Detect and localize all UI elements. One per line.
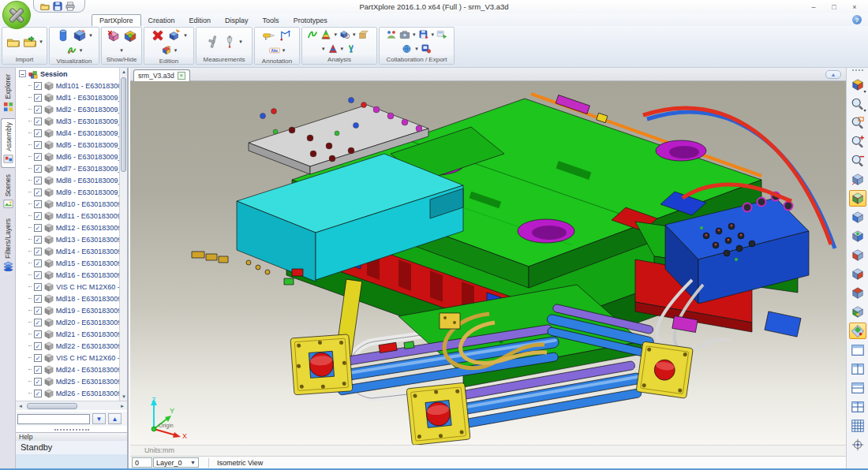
sidebar-tab-filters-layers[interactable]: Filters/Layers bbox=[1, 215, 15, 274]
analysis-dropdown-arrow4[interactable]: ▾ bbox=[341, 46, 344, 52]
visibility-checkbox[interactable]: ✓ bbox=[34, 271, 42, 279]
compare-icon[interactable] bbox=[346, 43, 357, 54]
hide-part-icon[interactable] bbox=[107, 29, 121, 43]
zoom-in-button[interactable] bbox=[849, 133, 866, 150]
menu-tab[interactable]: Prototypes bbox=[286, 15, 335, 26]
viewport-two-vertical-button[interactable] bbox=[849, 360, 866, 377]
analysis-dropdown-arrow1[interactable]: ▾ bbox=[334, 32, 337, 38]
tree-item[interactable]: ✓ Mdl25 - E630183009_ENSEMB bbox=[16, 375, 119, 387]
edition-dropdown-arrow1[interactable]: ▾ bbox=[184, 32, 187, 39]
view-left-button[interactable] bbox=[849, 247, 866, 263]
visibility-checkbox[interactable]: ✓ bbox=[34, 330, 42, 338]
annotation-dropdown-arrow[interactable]: ▾ bbox=[282, 47, 286, 54]
edition-dropdown-arrow2[interactable]: ▾ bbox=[174, 47, 178, 54]
import-file-icon[interactable] bbox=[6, 35, 21, 49]
3d-canvas[interactable]: Z Y X Origin bbox=[130, 81, 846, 445]
menu-tab[interactable]: Tools bbox=[256, 15, 286, 26]
probe-icon[interactable] bbox=[223, 35, 237, 49]
publish-icon[interactable] bbox=[436, 29, 447, 40]
visibility-checkbox[interactable]: ✓ bbox=[34, 307, 42, 315]
tree-item[interactable]: ✓ Mdl13 - E630183009_ENSEMB bbox=[16, 233, 119, 245]
render-mode-icon[interactable] bbox=[73, 28, 87, 43]
scroll-down-icon[interactable]: ▼ bbox=[120, 393, 128, 401]
tree-item[interactable]: ✓ Mdl3 - E630183009_ENSEMB bbox=[16, 115, 119, 127]
visibility-checkbox[interactable]: ✓ bbox=[34, 259, 42, 267]
menu-tab[interactable]: Display bbox=[218, 15, 256, 26]
visibility-checkbox[interactable]: ✓ bbox=[34, 319, 42, 326]
curvature-icon[interactable] bbox=[307, 29, 318, 40]
minimize-button[interactable]: – bbox=[803, 0, 824, 14]
save-icon[interactable] bbox=[53, 2, 62, 11]
analysis-dropdown-arrow2[interactable]: ▾ bbox=[353, 32, 356, 38]
share-icon[interactable] bbox=[386, 29, 397, 40]
maximize-button[interactable]: □ bbox=[824, 0, 844, 14]
tree-item[interactable]: ✓ Mdl14 - E630183009_ENSEMB bbox=[16, 245, 119, 257]
sidebar-tab-assembly[interactable]: Assembly bbox=[1, 118, 15, 168]
visibility-checkbox[interactable]: ✓ bbox=[34, 342, 42, 350]
collab-dropdown-arrow1[interactable]: ▾ bbox=[413, 32, 416, 38]
visibility-checkbox[interactable]: ✓ bbox=[34, 354, 42, 362]
visibility-checkbox[interactable]: ✓ bbox=[34, 248, 42, 256]
viewport-grid-button[interactable] bbox=[849, 417, 866, 434]
material-icon[interactable] bbox=[66, 45, 77, 56]
dropdown-arrow[interactable]: ▾ bbox=[863, 88, 866, 94]
visibility-checkbox[interactable]: ✓ bbox=[34, 295, 42, 303]
view-front-button[interactable] bbox=[849, 209, 866, 226]
layer-dropdown[interactable]: Layer_0 ▼ bbox=[153, 457, 199, 468]
view-top-button[interactable] bbox=[849, 285, 866, 301]
transform-icon[interactable] bbox=[161, 45, 172, 56]
tree-item[interactable]: ✓ Mdl21 - E630183009_ENSEMB bbox=[16, 328, 119, 340]
tree-vertical-scrollbar[interactable]: ▲ ▼ bbox=[119, 68, 127, 401]
visibility-checkbox[interactable]: ✓ bbox=[34, 224, 42, 232]
scroll-right-icon[interactable]: ► bbox=[118, 402, 126, 410]
visibility-checkbox[interactable]: ✓ bbox=[34, 82, 42, 90]
thickness-icon[interactable] bbox=[327, 43, 339, 54]
view-custom-button[interactable] bbox=[849, 323, 866, 339]
open-file-icon[interactable] bbox=[40, 2, 50, 11]
document-tab[interactable]: srm_V3.a3d × bbox=[133, 69, 190, 81]
tree-item[interactable]: ✓ Mdl22 - E630183009_ENSEMB bbox=[16, 340, 119, 352]
web-export-icon[interactable] bbox=[402, 43, 413, 54]
tree-item[interactable]: ✓ Mdl16 - E630183009_ENSEMB bbox=[16, 269, 119, 281]
dropdown-arrow[interactable]: ▾ bbox=[863, 107, 866, 113]
tree-item[interactable]: ✓ Mdl5 - E630183009_ENSEMB bbox=[16, 139, 119, 151]
visibility-checkbox[interactable]: ✓ bbox=[34, 283, 42, 291]
search-input[interactable] bbox=[17, 414, 90, 424]
scroll-up-icon[interactable]: ▲ bbox=[120, 68, 128, 76]
scroll-thumb[interactable] bbox=[27, 403, 77, 409]
tree-item[interactable]: ✓ Mdl9 - E630183009_ENSEMB bbox=[16, 186, 119, 198]
visualization-dropdown-arrow[interactable]: ▾ bbox=[89, 32, 92, 39]
tree-item[interactable]: ✓ Mdl2 - E630183009_ENSEMB bbox=[16, 103, 119, 115]
tree-item[interactable]: ✓ Mdl19 - E630183009_ENSEMB bbox=[16, 304, 119, 316]
visibility-checkbox[interactable]: ✓ bbox=[34, 153, 42, 161]
tree-item[interactable]: ✓ VIS C HC M12X60 - E63018 bbox=[16, 281, 119, 293]
view-isometric-button[interactable] bbox=[849, 190, 866, 207]
cylinder-icon[interactable] bbox=[56, 28, 70, 43]
sidebar-tab-explorer[interactable]: Explorer bbox=[1, 71, 15, 115]
import-dropdown-arrow[interactable]: ▾ bbox=[39, 39, 43, 45]
tree-item[interactable]: ✓ Mdl12 - E630183009_ENSEMB bbox=[16, 222, 119, 233]
tree-item[interactable]: ✓ Mdl1 - E630183009_ENSEMB bbox=[16, 91, 119, 103]
view-back-button[interactable] bbox=[849, 228, 866, 244]
viewport-single-button[interactable] bbox=[849, 341, 866, 358]
tree-item[interactable]: ✓ Mdl18 - E630183009_ENSEMB bbox=[16, 293, 119, 304]
delete-icon[interactable] bbox=[151, 28, 165, 43]
tree-item[interactable]: ✓ Mdl10 - E630183009_ENSEMB bbox=[16, 198, 119, 210]
zoom-window-button[interactable] bbox=[849, 114, 866, 131]
menu-tab[interactable]: Creation bbox=[141, 15, 182, 26]
tree-item[interactable]: ✓ Mdl101 - E630183009_ENSEMB bbox=[16, 80, 119, 91]
tree-item[interactable]: ✓ Mdl7 - E630183009_ENSEMB bbox=[16, 162, 119, 174]
material-dropdown-arrow[interactable]: ▾ bbox=[80, 47, 83, 54]
collab-dropdown-arrow2[interactable]: ▾ bbox=[432, 32, 435, 38]
tree-item[interactable]: ✓ Mdl24 - E630183009_ENSEMB bbox=[16, 364, 119, 375]
tree-item[interactable]: ✓ Mdl6 - E630183009_ENSEMB bbox=[16, 151, 119, 162]
visibility-checkbox[interactable]: ✓ bbox=[34, 366, 42, 374]
clash-detect-icon[interactable]: ! bbox=[339, 29, 350, 40]
app-logo-icon[interactable] bbox=[2, 1, 31, 29]
draft-analysis-icon[interactable] bbox=[320, 29, 331, 40]
view-bottom-button[interactable] bbox=[849, 304, 866, 320]
show-part-icon[interactable] bbox=[123, 29, 137, 43]
visibility-checkbox[interactable]: ✓ bbox=[34, 390, 42, 397]
visibility-checkbox[interactable]: ✓ bbox=[34, 165, 42, 173]
viewport-two-horizontal-button[interactable] bbox=[849, 379, 866, 396]
